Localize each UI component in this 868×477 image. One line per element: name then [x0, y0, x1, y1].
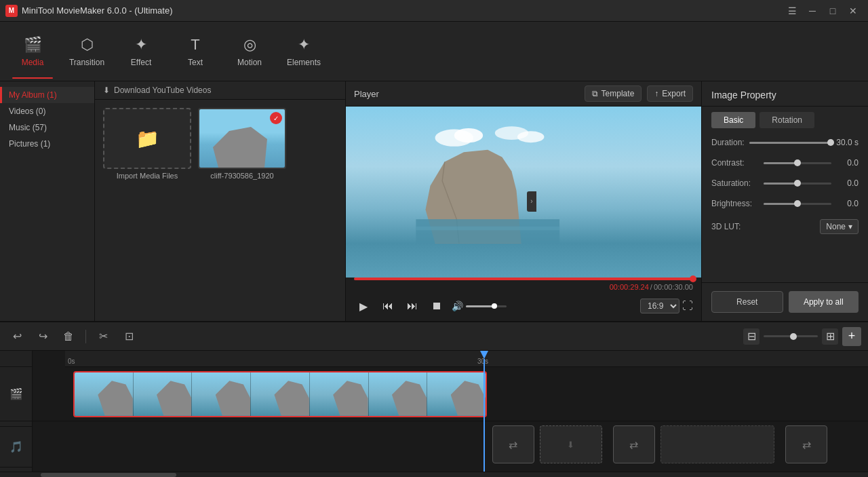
right-panel-tabs: Basic Rotation — [702, 107, 868, 131]
duration-slider[interactable] — [749, 142, 831, 144]
tab-my-album[interactable]: My Album (1) — [0, 87, 94, 103]
template-icon: ⧉ — [592, 89, 598, 98]
timeline-toolbar: ↩ ↪ 🗑 ✂ ⊡ ⊟ ⊞ + — [0, 322, 868, 351]
time-separator: / — [650, 283, 652, 291]
player-controls: ▶ ⏮ ⏭ ⏹ 🔊 16:9 4:3 — [346, 294, 701, 321]
maximize-button[interactable]: □ — [823, 1, 842, 20]
duration-thumb — [827, 139, 834, 146]
import-label: Import Media Files — [117, 172, 178, 180]
video-scene — [346, 107, 701, 278]
saturation-row: Saturation: 0.0 — [711, 178, 859, 188]
play-button[interactable]: ▶ — [354, 297, 373, 316]
toolbar-effect[interactable]: ✦ Effect — [114, 24, 168, 79]
left-sidebar: My Album (1) Videos (0) Music (57) Pictu… — [0, 81, 95, 321]
download-youtube-bar[interactable]: ⬇ Download YouTube Videos — [95, 81, 345, 100]
template-button[interactable]: ⧉ Template — [585, 85, 642, 102]
volume-track — [466, 305, 507, 307]
minimize-button[interactable]: ─ — [803, 1, 822, 20]
transition-slots: ⇄ ⬇ ⇄ ⇄ — [33, 421, 868, 468]
volume-slider[interactable]: 🔊 — [452, 301, 507, 311]
cliff-svg — [381, 123, 594, 243]
toolbar-text[interactable]: T Text — [168, 24, 222, 79]
undo-button[interactable]: ↩ — [7, 326, 27, 347]
saturation-slider[interactable] — [764, 183, 831, 185]
import-media-item[interactable]: 📁 Import Media Files — [103, 108, 191, 180]
close-button[interactable]: ✕ — [844, 1, 863, 20]
cut-button[interactable]: ✂ — [93, 326, 113, 347]
ruler-header-spacer — [0, 351, 32, 367]
frame-6 — [369, 373, 428, 416]
cliff-check-icon: ✓ — [270, 112, 282, 124]
crop-button[interactable]: ⊡ — [119, 326, 139, 347]
app-title: MiniTool MovieMaker 6.0.0 - (Ultimate) — [22, 5, 173, 16]
contrast-slider[interactable] — [764, 162, 831, 164]
timeline-ruler: 0s 30s — [65, 351, 868, 367]
lut-dropdown-icon: ▾ — [848, 222, 852, 231]
add-track-button[interactable]: + — [842, 327, 861, 346]
right-panel: Image Property Basic Rotation Duration: — [702, 81, 868, 321]
transition-track-spacer — [0, 421, 32, 427]
timeline-clip[interactable] — [73, 371, 487, 417]
lut-value: None — [826, 222, 846, 231]
player-actions: ⧉ Template ↑ Export — [585, 85, 693, 102]
player-title: Player — [354, 89, 379, 99]
template-label: Template — [601, 89, 635, 98]
duration-slider-container: 30.0 s — [749, 138, 859, 147]
media-grid: 📁 Import Media Files ✓ — [95, 100, 345, 321]
prev-frame-button[interactable]: ⏮ — [378, 297, 397, 316]
brightness-slider[interactable] — [764, 203, 831, 205]
timeline: ↩ ↪ 🗑 ✂ ⊡ ⊟ ⊞ + 🎬 — [0, 321, 868, 477]
transition-slot-3[interactable]: ⇄ — [613, 425, 655, 463]
tab-rotation[interactable]: Rotation — [760, 112, 814, 128]
aspect-dropdown[interactable]: 16:9 4:3 1:1 — [640, 299, 679, 313]
player-header: Player ⧉ Template ↑ Export — [346, 81, 701, 107]
apply-all-button[interactable]: Apply to all — [789, 291, 859, 313]
left-media-content: ⬇ Download YouTube Videos 📁 Import Media… — [95, 81, 345, 321]
transition-slot-4[interactable] — [660, 425, 775, 463]
redo-button[interactable]: ↪ — [33, 326, 53, 347]
zoom-track[interactable] — [764, 335, 818, 337]
cliff-media-item[interactable]: ✓ cliff-7930586_1920 — [198, 108, 286, 180]
zoom-in-button[interactable]: ⊞ — [822, 328, 838, 345]
export-button[interactable]: ↑ Export — [647, 85, 693, 102]
toolbar-elements-label: Elements — [287, 58, 321, 67]
lut-label: 3D LUT: — [711, 222, 741, 231]
zoom-out-button[interactable]: ⊟ — [743, 328, 760, 345]
toolbar-media[interactable]: 🎬 Media — [5, 24, 60, 79]
folder-icon: 📁 — [136, 128, 159, 150]
fullscreen-button[interactable]: ⛶ — [682, 300, 693, 312]
reset-button[interactable]: Reset — [711, 291, 783, 313]
lut-selector[interactable]: None ▾ — [820, 219, 859, 234]
sidebar-toggle-button[interactable]: › — [527, 191, 536, 212]
playhead[interactable] — [484, 351, 485, 472]
tab-pictures[interactable]: Pictures (1) — [0, 136, 94, 152]
transition-slot-5[interactable]: ⇄ — [785, 425, 827, 463]
progress-bar[interactable] — [354, 278, 693, 280]
horizontal-scrollbar[interactable] — [0, 472, 868, 477]
video-track-icon: 🎬 — [9, 387, 23, 400]
transition-slot-1[interactable]: ⇄ — [492, 425, 534, 463]
toolbar-transition[interactable]: ⬡ Transition — [60, 24, 114, 79]
import-thumb: 📁 — [103, 108, 191, 169]
video-track — [33, 367, 868, 421]
tab-basic[interactable]: Basic — [711, 112, 755, 128]
menu-button[interactable]: ☰ — [783, 1, 802, 20]
stop-button[interactable]: ⏹ — [427, 297, 446, 316]
left-panel: My Album (1) Videos (0) Music (57) Pictu… — [0, 81, 346, 321]
lut-row: 3D LUT: None ▾ — [711, 219, 859, 234]
next-frame-button[interactable]: ⏭ — [403, 297, 422, 316]
brightness-row: Brightness: 0.0 — [711, 199, 859, 208]
contrast-thumb — [794, 159, 801, 166]
player-wrapper: Player ⧉ Template ↑ Export — [346, 81, 702, 321]
motion-icon: ◎ — [243, 36, 256, 54]
toolbar-elements[interactable]: ✦ Elements — [277, 24, 331, 79]
tab-music[interactable]: Music (57) — [0, 119, 94, 136]
scrollbar-thumb[interactable] — [41, 473, 176, 477]
time-display: 00:00:29.24 / 00:00:30.00 — [354, 283, 693, 291]
toolbar-motion[interactable]: ◎ Motion — [222, 24, 277, 79]
transition-slot-2[interactable]: ⬇ — [540, 425, 602, 463]
cliff-thumb: ✓ — [198, 108, 286, 169]
delete-button[interactable]: 🗑 — [58, 326, 79, 347]
tab-videos[interactable]: Videos (0) — [0, 103, 94, 119]
brightness-fill — [764, 203, 797, 205]
